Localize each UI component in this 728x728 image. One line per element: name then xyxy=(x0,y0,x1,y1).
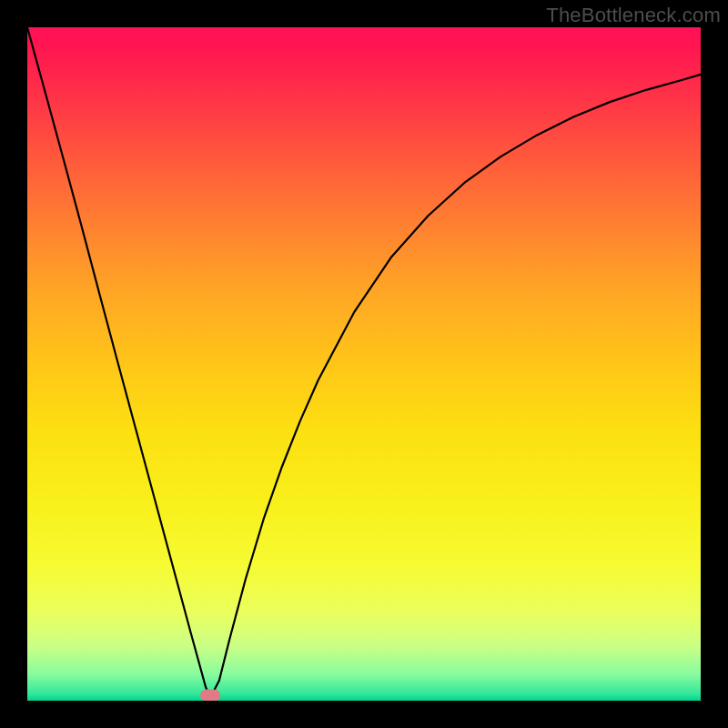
watermark-text: TheBottleneck.com xyxy=(546,4,721,27)
bottleneck-curve xyxy=(27,27,701,701)
plot-area xyxy=(27,27,701,701)
chart-frame: TheBottleneck.com xyxy=(0,0,728,728)
optimal-point-marker xyxy=(200,690,220,701)
